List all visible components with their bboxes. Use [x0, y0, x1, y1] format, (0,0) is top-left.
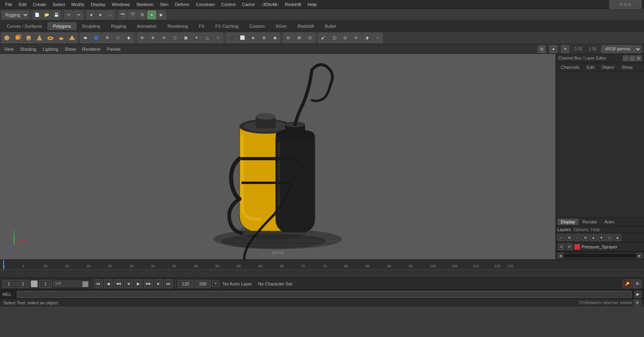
wireframe-btn[interactable]: ⊟: [538, 45, 546, 53]
play-back-btn[interactable]: ◄: [124, 279, 133, 288]
pyramid-icon-btn[interactable]: [67, 33, 77, 43]
menu-file[interactable]: File: [2, 1, 15, 8]
mirror-btn[interactable]: ◫: [329, 33, 339, 43]
wedge-btn[interactable]: ◑: [361, 33, 372, 43]
menu-deform[interactable]: Deform: [172, 1, 192, 8]
bevel-btn[interactable]: ◈: [248, 33, 258, 43]
menu-edit[interactable]: Edit: [16, 1, 29, 8]
redo-btn[interactable]: ↪: [74, 10, 83, 19]
conform-btn[interactable]: ≋: [159, 33, 169, 43]
render-seq-btn[interactable]: 🎬: [128, 10, 137, 19]
select-objects-btn[interactable]: ◻: [606, 234, 613, 241]
render-cam-btn[interactable]: 📷: [118, 10, 127, 19]
reduce-btn[interactable]: ▣: [180, 33, 191, 43]
tab-fx[interactable]: FX: [194, 22, 210, 30]
show-tab[interactable]: Show: [618, 64, 636, 70]
edit-tab[interactable]: Edit: [583, 64, 597, 70]
layers-sub-layers[interactable]: Layers: [557, 227, 571, 232]
sphere-icon-btn[interactable]: [2, 33, 12, 43]
channels-tab[interactable]: Channels: [557, 64, 582, 70]
playhead[interactable]: [3, 260, 4, 269]
panels-menu[interactable]: Panels: [105, 46, 122, 52]
menu-redshift[interactable]: Redshift: [282, 1, 304, 8]
cleanup-btn[interactable]: ✦: [191, 33, 202, 43]
open-scene-btn[interactable]: 📂: [42, 10, 51, 19]
layer-row-pressure-sprayer[interactable]: V P Pressure_Sprayer: [556, 242, 644, 252]
layer-settings-btn[interactable]: ⚙: [582, 234, 589, 241]
pipe-icon-btn[interactable]: ⬬: [80, 33, 91, 43]
menu-windows[interactable]: Windows: [109, 1, 133, 8]
display-tab[interactable]: Display: [557, 219, 578, 225]
panel-float-btn[interactable]: □: [630, 56, 635, 61]
tab-rendering[interactable]: Rendering: [162, 22, 193, 30]
combine-btn[interactable]: ⊕: [137, 33, 147, 43]
helix-icon-btn[interactable]: 🌀: [91, 33, 101, 43]
circularize-btn[interactable]: ○: [372, 33, 383, 43]
render-view-btn[interactable]: ●: [147, 10, 156, 19]
menu-select[interactable]: Select: [50, 1, 68, 8]
new-scene-btn[interactable]: 📄: [33, 10, 41, 19]
prev-frame-tb[interactable]: ◄: [87, 10, 95, 19]
offset-edgeloop-btn[interactable]: ⊠: [294, 33, 304, 43]
preferences-btn[interactable]: ⚙: [633, 279, 642, 288]
menu-help[interactable]: Help: [305, 1, 320, 8]
tab-bullet[interactable]: Bullet: [320, 22, 341, 30]
render-tab[interactable]: Render: [579, 219, 600, 225]
layers-sub-options[interactable]: Options: [573, 227, 588, 232]
render-settings-btn[interactable]: ⚙: [138, 10, 147, 19]
show-hidden-btn[interactable]: ⊞: [634, 300, 641, 306]
quadrangulate-btn[interactable]: □: [213, 33, 223, 43]
play-blast-btn[interactable]: ▶: [157, 10, 166, 19]
anim-range-arrow[interactable]: ▼: [212, 281, 219, 287]
new-layer-btn[interactable]: +: [557, 234, 565, 241]
menu-3dtall[interactable]: -3DtoAll-: [258, 1, 281, 8]
anim-total-input[interactable]: [195, 280, 211, 288]
layers-sub-help[interactable]: Help: [591, 227, 600, 232]
tab-polygons[interactable]: Polygons: [47, 22, 76, 30]
anim-tab[interactable]: Anim: [601, 219, 617, 225]
layers-scroll-track[interactable]: [564, 254, 636, 257]
menu-cache[interactable]: Cache: [239, 1, 258, 8]
show-menu[interactable]: Show: [63, 46, 78, 52]
time-scrub-bar[interactable]: 120: [53, 281, 89, 287]
cone-icon-btn[interactable]: [34, 33, 45, 43]
object-tab[interactable]: Object: [598, 64, 617, 70]
panel-minimize-btn[interactable]: ─: [623, 56, 629, 61]
step-forward-btn[interactable]: ►: [154, 279, 163, 288]
next-key-btn[interactable]: ▶▶: [144, 279, 153, 288]
move-up-btn[interactable]: ▲: [590, 234, 597, 241]
play-forward-btn[interactable]: ▶: [134, 279, 143, 288]
timeline-content[interactable]: [0, 270, 644, 277]
layers-scroll-right[interactable]: ►: [637, 253, 642, 258]
torus-icon-btn[interactable]: [45, 33, 56, 43]
paint-weights-btn[interactable]: 🖌: [318, 33, 328, 43]
gear-shape-btn[interactable]: ⚙: [102, 33, 112, 43]
plane-icon-btn[interactable]: [56, 33, 66, 43]
tab-custom[interactable]: Custom: [244, 22, 270, 30]
fill-hole-btn[interactable]: ◻: [169, 33, 180, 43]
tab-animation[interactable]: Animation: [132, 22, 162, 30]
workspace-switcher[interactable]: ⬡ ⬡ ⬡: [609, 0, 642, 9]
connect-btn[interactable]: ⊡: [305, 33, 315, 43]
lighting-mode-btn[interactable]: ☀: [561, 45, 569, 53]
time-ruler[interactable]: 1 5 10 15 20 25 30 35 40 45 50 55 60 65 …: [0, 260, 644, 270]
poke-btn[interactable]: ⊙: [351, 33, 361, 43]
tab-sculpting[interactable]: Sculpting: [77, 22, 105, 30]
panel-close-btn[interactable]: ✕: [636, 56, 642, 61]
menu-display[interactable]: Display: [88, 1, 108, 8]
layers-scroll-left[interactable]: ◄: [557, 253, 563, 258]
lighting-menu[interactable]: Lighting: [41, 46, 60, 52]
smooth-shade-btn[interactable]: ●: [549, 45, 557, 53]
save-scene-btn[interactable]: 💾: [52, 10, 61, 19]
viewport[interactable]: persp X Y Z: [0, 54, 555, 259]
triangulate-btn[interactable]: △: [202, 33, 213, 43]
tab-xgen[interactable]: XGen: [270, 22, 292, 30]
menu-control[interactable]: Control: [219, 1, 238, 8]
skip-to-start-btn[interactable]: ⏮: [94, 279, 103, 288]
anim-end-input[interactable]: [178, 280, 194, 288]
scrub-thumb[interactable]: [83, 281, 88, 287]
separate-btn[interactable]: ⊗: [148, 33, 158, 43]
frame-value-input[interactable]: [39, 280, 52, 288]
auto-key-btn[interactable]: 🔑: [623, 279, 632, 288]
smooth-btn[interactable]: ◎: [340, 33, 350, 43]
